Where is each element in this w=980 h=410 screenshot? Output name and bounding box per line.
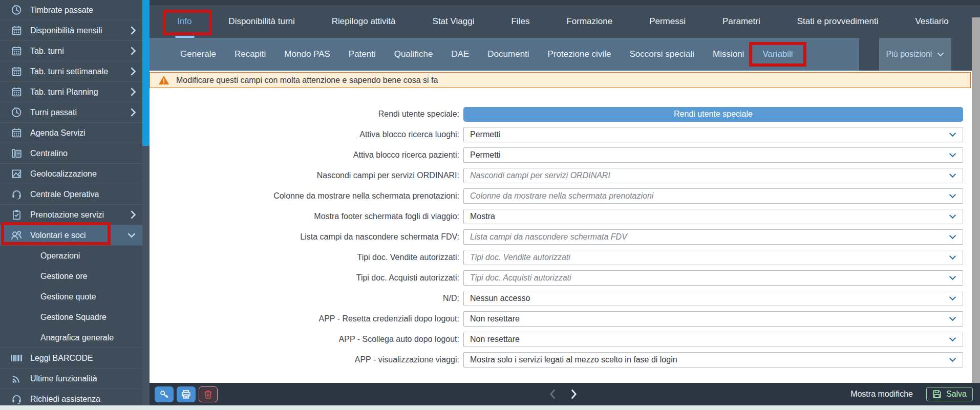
select-placeholder: Tipi doc. Acquisti autorizzati (470, 273, 571, 283)
field-label-nascondi-campi-per-servizi-ordinari: Nascondi campi per servizi ORDINARI: (150, 171, 459, 180)
sidebar-item-disponibilita-mensili[interactable]: Disponibilità mensili (0, 20, 142, 41)
subtab-missioni[interactable]: Missioni (706, 38, 751, 71)
sidebar-scrollbar[interactable] (142, 0, 150, 410)
sidebar-item-anagrafica-generale[interactable]: Anagrafica generale (0, 328, 142, 348)
save-button[interactable]: Salva (926, 387, 973, 401)
subtab-dae[interactable]: DAE (444, 38, 476, 71)
chevron-down-icon (127, 232, 136, 238)
sidebar-item-gestione-squadre[interactable]: Gestione Squadre (0, 307, 142, 328)
sub-more-positions-button[interactable]: Più posizioni (879, 38, 951, 71)
sidebar-item-timbrate-passate[interactable]: Timbrate passate (0, 0, 142, 20)
tab-riepilogo-attivita[interactable]: Riepilogo attività (326, 16, 402, 27)
sidebar-item-operazioni[interactable]: Operazioni (0, 246, 142, 266)
select-value: Non resettare (470, 335, 520, 344)
tab-stati-e-provvedimenti[interactable]: Stati e provvedimenti (791, 16, 885, 27)
tab-permessi[interactable]: Permessi (643, 16, 692, 27)
sidebar-item-geolocalizzazione[interactable]: Geolocalizzazione (0, 164, 142, 184)
sidebar-item-ultime-funzionalita[interactable]: Ultime funzionalità (0, 369, 142, 389)
select-attiva-blocco-ricerca-luoghi[interactable]: Permetti (463, 127, 963, 142)
subtab-recapiti[interactable]: Recapiti (227, 38, 273, 71)
tab-disponibilita-turni[interactable]: Disponibilità turni (222, 16, 301, 27)
tab-formazione[interactable]: Formazione (560, 16, 619, 27)
sidebar-item-leggi-barcode[interactable]: Leggi BARCODE (0, 348, 142, 369)
subtab-patenti[interactable]: Patenti (342, 38, 383, 71)
select-chevron (949, 193, 956, 199)
next-record-button[interactable] (570, 389, 577, 400)
form-row-n-d: N/D:Nessun accesso (150, 288, 971, 309)
field-label-attiva-blocco-ricerca-luoghi: Attiva blocco ricerca luoghi: (150, 130, 459, 139)
subtab-label: Missioni (713, 49, 744, 59)
sidebar-item-label: Centralino (30, 149, 68, 158)
sidebar-item-label: Richiedi assistenza (30, 395, 100, 404)
tab-stat-viaggi[interactable]: Stat Viaggi (427, 16, 481, 27)
select-mostra-footer-schermata-fogli-di-viaggio[interactable]: Mostra (463, 209, 963, 224)
top-strip (150, 0, 980, 5)
tab-info[interactable]: Info (171, 16, 198, 27)
sidebar-item-tab-turni[interactable]: Tab. turni (0, 41, 142, 61)
pager (549, 389, 577, 400)
form-row-lista-campi-da-nascondere-schermata-fdv: Lista campi da nascondere schermata FDV:… (150, 227, 971, 247)
subtab-protezione-civile[interactable]: Protezione civile (541, 38, 619, 71)
print-button[interactable] (177, 386, 196, 402)
content-scrollbar[interactable] (972, 17, 980, 383)
sidebar-item-gestione-ore[interactable]: Gestione ore (0, 266, 142, 287)
tab-parametri[interactable]: Parametri (716, 16, 766, 27)
select-chevron (949, 337, 956, 342)
select-lista-campi-da-nascondere-schermata-fdv[interactable]: Lista campi da nascondere schermata FDV (463, 229, 963, 245)
sidebar-item-gestione-quote[interactable]: Gestione quote (0, 287, 142, 307)
select-tipi-doc-acquisti-autorizzati[interactable]: Tipi doc. Acquisti autorizzati (463, 270, 963, 286)
warning-banner: Modificare questi campi con molta attenz… (150, 72, 971, 88)
sidebar-item-prenotazione-servizi[interactable]: Prenotazione servizi (0, 205, 142, 225)
key-button[interactable] (155, 386, 174, 402)
sidebar-item-label: Disponibilità mensili (30, 26, 102, 35)
previous-record-button[interactable] (549, 389, 556, 400)
select-n-d[interactable]: Nessun accesso (463, 291, 963, 306)
calendar-icon (10, 127, 23, 138)
show-changes-button[interactable]: Mostra modifiche (850, 390, 913, 399)
sidebar-item-turni-passati[interactable]: Turni passati (0, 102, 142, 123)
select-attiva-blocco-ricerca-pazienti[interactable]: Permetti (463, 147, 963, 163)
select-chevron (949, 132, 956, 137)
subtab-label: Mondo PAS (284, 49, 330, 59)
sidebar-item-centrale-operativa[interactable]: Centrale Operativa (0, 184, 142, 205)
delete-button[interactable] (199, 386, 218, 402)
form-row-colonne-da-mostrare-nella-schermata-prenotazioni: Colonne da mostrare nella schermata pren… (150, 186, 971, 206)
select-placeholder: Colonne da mostrare nella schermata pren… (470, 191, 653, 201)
sidebar-scrollbar-thumb[interactable] (142, 0, 150, 146)
chevron-right-icon (130, 107, 136, 117)
subtab-documenti[interactable]: Documenti (480, 38, 536, 71)
warning-icon (158, 75, 169, 85)
sidebar-item-agenda-servizi[interactable]: Agenda Servizi (0, 123, 142, 143)
sidebar-item-tab-turni-planning[interactable]: Tab. turni Planning (0, 82, 142, 102)
field-label-lista-campi-da-nascondere-schermata-fdv: Lista campi da nascondere schermata FDV: (150, 232, 459, 242)
select-tipi-doc-vendite-autorizzati[interactable]: Tipi doc. Vendite autorizzati (463, 250, 963, 265)
sidebar-item-label: Gestione ore (40, 272, 88, 281)
tab-label: Formazione (566, 16, 612, 26)
select-colonne-da-mostrare-nella-schermata-prenotazioni[interactable]: Colonne da mostrare nella schermata pren… (463, 188, 963, 204)
sidebar-item-tab-turni-settimanale[interactable]: Tab. turni settimanale (0, 61, 142, 82)
subtab-mondo-pas[interactable]: Mondo PAS (277, 38, 337, 71)
subtab-qualifiche[interactable]: Qualifiche (387, 38, 440, 71)
sidebar-item-volontari-e-soci[interactable]: Volontari e soci (0, 225, 142, 246)
sidebar-item-centralino[interactable]: Centralino (0, 143, 142, 164)
select-value: Mostra (470, 212, 495, 221)
chevron-right-icon (130, 87, 136, 97)
field-label-app-visualizzazione-viaggi: APP - visualizzazione viaggi: (150, 355, 459, 364)
sidebar-item-label: Gestione quote (40, 292, 96, 301)
select-chevron (949, 275, 956, 280)
tab-files[interactable]: Files (505, 16, 536, 27)
subtab-label: DAE (451, 49, 469, 59)
select-chevron (949, 153, 956, 158)
subtab-soccorsi-speciali[interactable]: Soccorsi speciali (622, 38, 701, 71)
select-app-visualizzazione-viaggi[interactable]: Mostra solo i servizi legati al mezzo sc… (463, 352, 963, 368)
printer-icon (181, 390, 191, 399)
tab-vestiario[interactable]: Vestiario (909, 16, 954, 27)
select-app-scollega-auto-dopo-logout[interactable]: Non resettare (463, 332, 963, 347)
form-row-rendi-utente-speciale: Rendi utente speciale:Rendi utente speci… (150, 104, 971, 124)
subtab-generale[interactable]: Generale (173, 38, 223, 71)
rendi-utente-speciale-button[interactable]: Rendi utente speciale (463, 107, 963, 122)
field-label-attiva-blocco-ricerca-pazienti: Attiva blocco ricerca pazienti: (150, 150, 459, 160)
select-nascondi-campi-per-servizi-ordinari[interactable]: Nascondi campi per servizi ORDINARI (463, 168, 963, 183)
select-app-resetta-credenziali-dopo-logout[interactable]: Non resettare (463, 311, 963, 327)
subtab-variabili[interactable]: Variabili (755, 38, 800, 71)
